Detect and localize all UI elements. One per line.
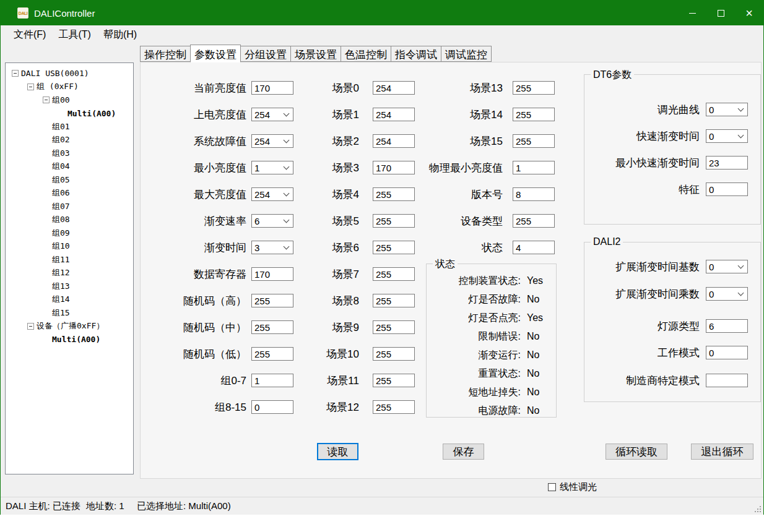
chevron-down-icon[interactable] [284, 164, 290, 170]
chevron-down-icon[interactable] [284, 244, 290, 250]
field-input[interactable]: 255 [513, 134, 555, 148]
status-value: Yes [527, 312, 543, 324]
tree-item[interactable]: 组02 [6, 134, 133, 147]
field-input[interactable]: 6 [251, 214, 293, 228]
chevron-down-icon[interactable] [284, 191, 290, 197]
field-input[interactable]: 170 [373, 161, 415, 174]
resize-grip[interactable] [760, 511, 761, 512]
tab[interactable]: 指令调试 [391, 46, 441, 62]
chevron-down-icon[interactable] [284, 217, 290, 223]
form-row: 场景8 255 [311, 294, 415, 307]
action-button[interactable]: 保存 [443, 444, 484, 460]
field-input[interactable]: 255 [373, 347, 415, 361]
field-input[interactable]: 254 [373, 134, 415, 148]
tree-item[interactable]: 组14 [6, 293, 133, 307]
field-input[interactable]: 255 [373, 187, 415, 201]
tab[interactable]: 调试监控 [441, 46, 492, 62]
field-input[interactable]: 255 [373, 267, 415, 281]
action-button[interactable]: 循环读取 [606, 444, 667, 460]
tree-item[interactable]: 组04 [6, 160, 133, 174]
field-input[interactable]: 3 [251, 241, 293, 254]
maximize-button[interactable] [706, 1, 735, 25]
tree-item[interactable]: 组05 [6, 173, 133, 187]
field-input[interactable]: 254 [251, 134, 293, 148]
chevron-down-icon[interactable] [738, 132, 744, 139]
field-input[interactable]: 0 [706, 287, 748, 301]
field-input[interactable]: 170 [251, 81, 293, 95]
collapse-icon[interactable] [27, 323, 34, 330]
collapse-icon[interactable] [27, 84, 34, 90]
tree-item[interactable]: 组 (0xFF) [6, 80, 133, 94]
field-input[interactable]: 1 [513, 161, 555, 174]
field-input[interactable]: 254 [251, 187, 293, 201]
minimize-button[interactable] [678, 1, 706, 25]
field-input[interactable]: 255 [373, 241, 415, 254]
tab[interactable]: 参数设置 [190, 45, 241, 62]
tree-item[interactable]: 组01 [6, 120, 133, 134]
menu-item[interactable]: 帮助(H) [97, 28, 143, 41]
close-button[interactable]: × [735, 1, 763, 25]
field-input[interactable]: 23 [706, 156, 748, 169]
field-input[interactable]: 1 [251, 374, 293, 387]
field-input[interactable]: 254 [373, 108, 415, 121]
field-input[interactable]: 4 [513, 241, 555, 254]
field-input[interactable]: 0 [706, 103, 748, 116]
tree-item[interactable]: 组08 [6, 213, 133, 227]
tab[interactable]: 分组设置 [240, 46, 291, 62]
tree-item[interactable]: Multi(A00) [6, 333, 133, 346]
field-input[interactable]: 0 [706, 260, 748, 273]
field-input[interactable]: 255 [513, 81, 555, 95]
tree-item[interactable]: 组15 [6, 306, 133, 320]
field-value: 6 [709, 321, 714, 332]
field-input[interactable]: 0 [251, 400, 293, 414]
tab[interactable]: 操作控制 [140, 46, 191, 62]
tree-item[interactable]: Multi(A00) [6, 107, 133, 121]
menu-item[interactable]: 工具(T) [52, 28, 97, 41]
tree-item[interactable]: DALI USB(0001) [6, 67, 133, 80]
field-input[interactable]: 255 [513, 108, 555, 121]
field-input[interactable]: 0 [706, 182, 748, 196]
field-input[interactable]: 255 [373, 214, 415, 228]
field-input[interactable]: 255 [251, 320, 293, 334]
field-input[interactable]: 170 [251, 267, 293, 281]
field-input[interactable]: 255 [251, 294, 293, 307]
field-input[interactable]: 0 [706, 129, 748, 143]
tree-item[interactable]: 组00 [6, 93, 133, 107]
tree-item[interactable]: 组11 [6, 253, 133, 267]
action-button[interactable]: 退出循环 [691, 444, 753, 460]
field-input[interactable] [706, 374, 748, 387]
field-input[interactable]: 255 [373, 294, 415, 307]
field-input[interactable]: 255 [251, 347, 293, 361]
field-input[interactable]: 255 [373, 320, 415, 334]
tab[interactable]: 色温控制 [341, 46, 391, 62]
collapse-icon[interactable] [43, 97, 50, 103]
tree-item[interactable]: 组12 [6, 267, 133, 280]
tree-item[interactable]: 组03 [6, 147, 133, 160]
field-input[interactable]: 0 [706, 346, 748, 359]
field-input[interactable]: 8 [513, 187, 555, 201]
field-input[interactable]: 254 [373, 81, 415, 95]
tree-item[interactable]: 组13 [6, 280, 133, 293]
tree-item[interactable]: 组07 [6, 200, 133, 213]
field-input[interactable]: 254 [251, 108, 293, 121]
linear-dimming-checkbox[interactable]: 线性调光 [548, 481, 597, 493]
tree-item[interactable]: 组10 [6, 240, 133, 254]
field-input[interactable]: 255 [373, 374, 415, 387]
checkbox-unchecked-icon[interactable] [548, 483, 556, 491]
chevron-down-icon[interactable] [284, 111, 290, 117]
tree-item[interactable]: 组09 [6, 226, 133, 240]
tree-item[interactable]: 设备（广播0xFF） [6, 320, 133, 333]
tree-item[interactable]: 组06 [6, 187, 133, 200]
tab[interactable]: 场景设置 [290, 46, 341, 62]
chevron-down-icon[interactable] [738, 106, 744, 112]
action-button[interactable]: 读取 [317, 443, 358, 460]
field-input[interactable]: 255 [513, 214, 555, 228]
field-input[interactable]: 1 [251, 161, 293, 174]
field-input[interactable]: 6 [706, 319, 748, 333]
field-input[interactable]: 255 [373, 400, 415, 414]
menu-item[interactable]: 文件(F) [7, 28, 52, 41]
collapse-icon[interactable] [12, 70, 19, 77]
chevron-down-icon[interactable] [738, 263, 744, 269]
chevron-down-icon[interactable] [284, 137, 290, 144]
chevron-down-icon[interactable] [738, 290, 744, 296]
